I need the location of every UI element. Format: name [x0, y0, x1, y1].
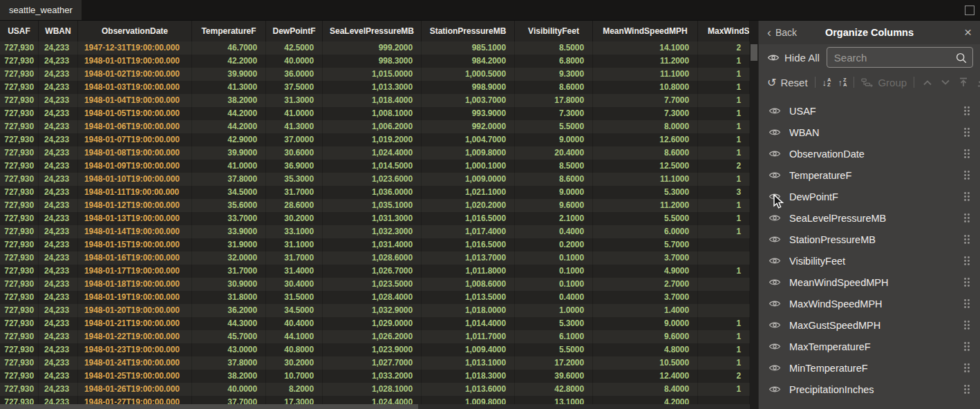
column-list-item-SeaLevelPressureMB[interactable]: SeaLevelPressureMB: [759, 207, 980, 229]
horizontal-scrollbar-thumb[interactable]: [0, 404, 418, 409]
cell-TemperatureF: 31.8000: [192, 291, 266, 304]
cell-ObservationDate: 1948-01-26T19:00:00.000: [78, 383, 192, 396]
column-list-item-MaxTemperatureF[interactable]: MaxTemperatureF: [759, 336, 980, 357]
eye-icon[interactable]: [769, 278, 781, 287]
cell-StationPressureMB: 1,017.4000: [422, 225, 515, 238]
group-button[interactable]: Group: [861, 77, 907, 88]
column-list-item-ObservationDate[interactable]: ObservationDate: [759, 143, 980, 164]
search-icon[interactable]: [955, 52, 968, 64]
column-header-WBAN[interactable]: WBAN: [39, 21, 78, 41]
search-input[interactable]: [827, 52, 972, 64]
cell-StationPressureMB: 1,016.5000: [422, 238, 515, 251]
column-header-TemperatureF[interactable]: TemperatureF: [192, 21, 266, 41]
cell-USAF: 727,930: [0, 81, 39, 94]
cell-StationPressureMB: 1,013.6000: [422, 383, 515, 396]
drag-handle-icon[interactable]: [963, 170, 970, 180]
drag-handle-icon[interactable]: [963, 256, 970, 266]
cell-TemperatureF: 41.0000: [192, 160, 266, 173]
move-up-icon[interactable]: [923, 79, 932, 86]
cell-TemperatureF: 39.9000: [192, 146, 266, 160]
eye-icon[interactable]: [769, 192, 781, 201]
maximize-icon[interactable]: [965, 6, 974, 15]
title-bar: seattle_weather: [0, 0, 980, 21]
eye-icon[interactable]: [769, 235, 781, 244]
column-header-StationPressureMB[interactable]: StationPressureMB: [422, 21, 515, 41]
column-list-item-StationPressureMB[interactable]: StationPressureMB: [759, 229, 980, 250]
cell-VisibilityFeet: 0.2000: [515, 238, 593, 251]
column-list-item-MaxGustSpeedMPH[interactable]: MaxGustSpeedMPH: [759, 314, 980, 336]
eye-icon[interactable]: [769, 213, 781, 222]
cell-MaxWindSpeedMPH: 1: [698, 120, 750, 133]
eye-icon[interactable]: [769, 342, 781, 351]
column-list-item-WBAN[interactable]: WBAN: [759, 122, 980, 143]
drag-handle-icon[interactable]: [963, 320, 970, 330]
column-list-item-USAF[interactable]: USAF: [759, 100, 980, 122]
column-list-item-PrecipitationInches[interactable]: PrecipitationInches: [759, 379, 980, 400]
drag-handle-icon[interactable]: [963, 106, 970, 116]
drag-handle-icon[interactable]: [963, 277, 970, 287]
column-header-USAF[interactable]: USAF: [0, 21, 39, 41]
drag-handle-icon[interactable]: [963, 127, 970, 137]
column-header-SeaLevelPressureMB[interactable]: SeaLevelPressureMB: [323, 21, 422, 41]
eye-icon[interactable]: [769, 385, 781, 394]
reset-button[interactable]: ↺ Reset: [767, 76, 808, 89]
eye-icon[interactable]: [769, 299, 781, 308]
hide-all-button[interactable]: Hide All: [767, 52, 820, 64]
panel-toolbar: ↺ Reset ↓AZ ↑ZA: [759, 70, 980, 94]
column-header-ObservationDate[interactable]: ObservationDate: [78, 21, 192, 41]
column-header-VisibilityFeet[interactable]: VisibilityFeet: [515, 21, 593, 41]
column-list-item-MinTemperatureF[interactable]: MinTemperatureF: [759, 357, 980, 379]
column-item-label: TemperatureF: [789, 170, 955, 181]
sort-descending-icon[interactable]: ↑ZA: [838, 77, 847, 88]
column-list-item-DewPointF[interactable]: DewPointF: [759, 186, 980, 207]
drag-handle-icon[interactable]: [963, 191, 970, 202]
cell-WBAN: 24,233: [39, 356, 78, 370]
vertical-scrollbar[interactable]: [750, 21, 758, 409]
eye-icon[interactable]: [769, 128, 781, 137]
eye-icon[interactable]: [769, 106, 781, 115]
column-list-item-TemperatureF[interactable]: TemperatureF: [759, 164, 980, 186]
move-to-top-icon[interactable]: [959, 77, 968, 87]
table-row: 727,93024,2331948-01-23T19:00:00.00043.0…: [0, 343, 750, 356]
sort-ascending-icon[interactable]: ↓AZ: [822, 77, 831, 88]
drag-handle-icon[interactable]: [963, 384, 970, 394]
column-header-DewPointF[interactable]: DewPointF: [266, 21, 323, 41]
column-list-item-VisibilityFeet[interactable]: VisibilityFeet: [759, 250, 980, 272]
column-header-MeanWindSpeedMPH[interactable]: MeanWindSpeedMPH: [593, 21, 698, 41]
cell-MaxWindSpeedMPH: 1: [698, 173, 750, 186]
eye-icon[interactable]: [769, 149, 781, 158]
close-icon[interactable]: ×: [964, 27, 972, 38]
eye-icon[interactable]: [769, 363, 781, 372]
back-button[interactable]: ‹ Back: [767, 27, 797, 38]
drag-handle-icon[interactable]: [963, 298, 970, 309]
drag-handle-icon[interactable]: [963, 363, 970, 373]
cell-USAF: 727,930: [0, 238, 39, 251]
cell-StationPressureMB: 1,009.4000: [422, 343, 515, 356]
column-list-item-MaxWindSpeedMPH[interactable]: MaxWindSpeedMPH: [759, 293, 980, 314]
eye-icon[interactable]: [769, 321, 781, 330]
table-row: 727,93024,2331948-01-16T19:00:00.00032.0…: [0, 251, 750, 265]
cell-MaxWindSpeedMPH: 1: [698, 94, 750, 107]
toolbar-divider: [854, 77, 854, 88]
move-down-icon[interactable]: [941, 79, 950, 86]
cell-MeanWindSpeedMPH: 3.7000: [593, 291, 698, 304]
cell-MaxWindSpeedMPH: 1: [698, 330, 750, 343]
drag-handle-icon[interactable]: [963, 234, 970, 245]
cell-USAF: 727,930: [0, 212, 39, 225]
column-header-MaxWindSpeedMPH[interactable]: MaxWindSpeedMPH: [698, 21, 750, 41]
cell-DewPointF: 10.7000: [266, 370, 323, 383]
vertical-scrollbar-thumb[interactable]: [751, 44, 757, 61]
cell-MeanWindSpeedMPH: 10.5000: [593, 356, 698, 370]
horizontal-scrollbar[interactable]: [0, 404, 750, 409]
column-list-item-MeanWindSpeedMPH[interactable]: MeanWindSpeedMPH: [759, 272, 980, 293]
eye-icon[interactable]: [769, 171, 781, 180]
drag-handle-icon[interactable]: [963, 213, 970, 223]
move-to-bottom-icon[interactable]: [977, 77, 980, 87]
tab-seattle-weather[interactable]: seattle_weather: [0, 0, 82, 20]
drag-handle-icon[interactable]: [963, 149, 970, 159]
cell-WBAN: 24,233: [39, 265, 78, 278]
eye-icon[interactable]: [769, 256, 781, 265]
drag-handle-icon[interactable]: [963, 341, 970, 352]
cell-SeaLevelPressureMB: 1,028.1000: [323, 383, 422, 396]
cell-USAF: 727,930: [0, 343, 39, 356]
